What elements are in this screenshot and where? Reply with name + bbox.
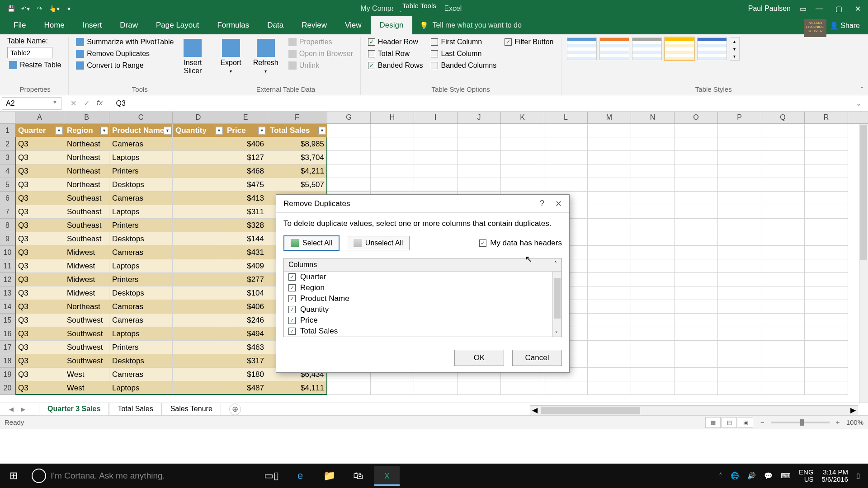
filter-dropdown-icon[interactable]: ▼	[258, 127, 266, 134]
cell[interactable]	[371, 137, 414, 151]
cell[interactable]	[761, 232, 805, 246]
remove-duplicates-button[interactable]: Remove Duplicates	[74, 49, 175, 59]
cell[interactable]: Northeast	[64, 164, 109, 178]
cell[interactable]	[718, 327, 761, 341]
cell[interactable]	[414, 151, 458, 164]
sheet-nav[interactable]: ◀▶	[9, 406, 39, 413]
cell[interactable]	[173, 219, 224, 232]
cell[interactable]: Q3	[15, 341, 64, 354]
cell[interactable]: Q3	[15, 232, 64, 246]
help-icon[interactable]: ?	[540, 199, 544, 209]
formula-input[interactable]: Q3	[111, 98, 851, 109]
cell[interactable]	[588, 381, 631, 395]
cell[interactable]: $406	[224, 300, 267, 314]
user-name[interactable]: Paul Paulsen	[748, 5, 791, 13]
column-checkbox-item[interactable]: ✓Quantity	[284, 304, 561, 315]
cell[interactable]: Cameras	[109, 368, 173, 381]
clock[interactable]: 3:14 PM5/6/2016	[822, 469, 848, 483]
cell[interactable]	[588, 151, 631, 164]
cell[interactable]	[631, 178, 675, 192]
cell[interactable]	[631, 246, 675, 259]
total-row-checkbox[interactable]: Total Row	[366, 49, 425, 59]
fx-icon[interactable]: fx	[97, 99, 102, 108]
cell[interactable]	[761, 259, 805, 273]
filter-dropdown-icon[interactable]: ▼	[164, 127, 171, 134]
cell[interactable]: Q3	[15, 164, 64, 178]
cell[interactable]	[588, 192, 631, 205]
ribbon-tab-view[interactable]: View	[336, 16, 371, 34]
cell[interactable]	[588, 232, 631, 246]
cell[interactable]	[631, 273, 675, 286]
scroll-up-icon[interactable]: ˄	[554, 261, 557, 269]
column-header[interactable]: O	[675, 112, 718, 123]
cell[interactable]: Q3	[15, 273, 64, 286]
headers-checkbox[interactable]: ✓My data has headers	[479, 239, 562, 248]
cell[interactable]: $144	[224, 232, 267, 246]
cell[interactable]	[173, 259, 224, 273]
cell[interactable]: Northeast	[64, 137, 109, 151]
filter-dropdown-icon[interactable]: ▼	[100, 127, 108, 134]
cell[interactable]	[588, 354, 631, 368]
cell[interactable]	[718, 219, 761, 232]
tell-me-search[interactable]: 💡 Tell me what you want to do	[412, 17, 821, 34]
column-header[interactable]: C	[109, 112, 173, 123]
zoom-out-button[interactable]: −	[760, 418, 764, 426]
cell[interactable]: Desktops	[109, 286, 173, 300]
cell[interactable]	[761, 354, 805, 368]
cell[interactable]: $3,704	[267, 151, 327, 164]
cell[interactable]: Q3	[15, 205, 64, 219]
volume-icon[interactable]: 🔊	[747, 472, 756, 480]
first-column-checkbox[interactable]: First Column	[429, 37, 498, 47]
cell[interactable]	[501, 178, 544, 192]
cell[interactable]	[458, 137, 501, 151]
cell[interactable]	[805, 314, 848, 327]
cell[interactable]	[718, 192, 761, 205]
column-header[interactable]: Q	[761, 112, 805, 123]
cell[interactable]	[805, 164, 848, 178]
cell[interactable]	[675, 327, 718, 341]
cell[interactable]	[631, 381, 675, 395]
cell[interactable]: $409	[224, 259, 267, 273]
cell[interactable]	[173, 273, 224, 286]
cell[interactable]	[805, 192, 848, 205]
table-header-cell[interactable]: Product Name▼	[109, 124, 173, 137]
table-header-cell[interactable]: Quantity▼	[173, 124, 224, 137]
cell[interactable]	[544, 381, 588, 395]
row-header[interactable]: 15	[0, 314, 15, 327]
cell[interactable]	[173, 178, 224, 192]
cell[interactable]: $104	[224, 286, 267, 300]
cell[interactable]	[501, 164, 544, 178]
cell[interactable]: $180	[224, 368, 267, 381]
cell[interactable]	[761, 219, 805, 232]
cell[interactable]	[544, 137, 588, 151]
table-style-swatch[interactable]	[599, 38, 629, 60]
cell[interactable]	[173, 381, 224, 395]
cell[interactable]	[718, 178, 761, 192]
cell[interactable]	[675, 300, 718, 314]
cell[interactable]	[761, 286, 805, 300]
cell[interactable]	[718, 354, 761, 368]
cell[interactable]: $413	[224, 192, 267, 205]
ribbon-tab-home[interactable]: Home	[35, 16, 73, 34]
cell[interactable]	[173, 164, 224, 178]
cell[interactable]	[675, 164, 718, 178]
cell[interactable]	[588, 327, 631, 341]
cell[interactable]: Q3	[15, 381, 64, 395]
cell[interactable]: Desktops	[109, 178, 173, 192]
cell[interactable]	[718, 314, 761, 327]
cell[interactable]	[718, 137, 761, 151]
cell[interactable]	[631, 354, 675, 368]
cell[interactable]	[327, 137, 371, 151]
cell[interactable]	[588, 273, 631, 286]
sheet-tab[interactable]: Sales Tenure	[162, 403, 221, 415]
cell[interactable]: $406	[224, 137, 267, 151]
cell[interactable]: $468	[224, 164, 267, 178]
table-styles-gallery[interactable]: ▴▾▾	[567, 37, 861, 61]
excel-icon[interactable]: x	[374, 466, 400, 486]
cell[interactable]	[805, 137, 848, 151]
cancel-formula-icon[interactable]: ✕	[71, 99, 76, 108]
column-header[interactable]: I	[414, 112, 458, 123]
gallery-more-button[interactable]: ▴▾▾	[730, 37, 740, 61]
cell[interactable]	[631, 137, 675, 151]
touch-mode-icon[interactable]: 👆▾	[49, 3, 60, 14]
